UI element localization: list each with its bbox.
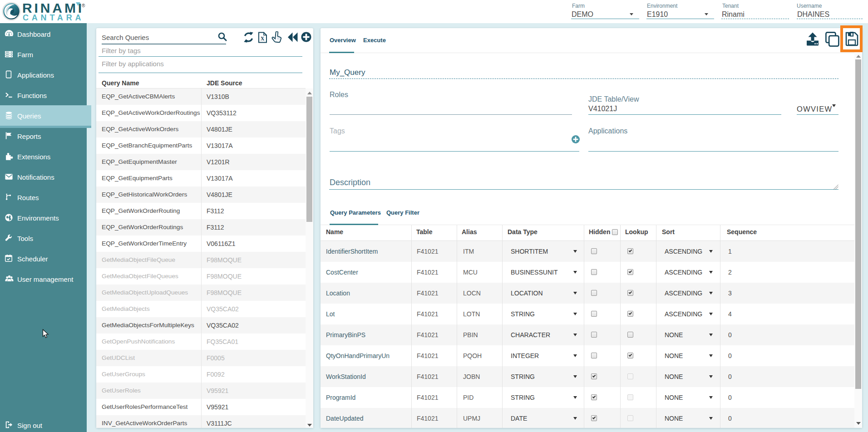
svg-text:X: X [261, 35, 265, 42]
